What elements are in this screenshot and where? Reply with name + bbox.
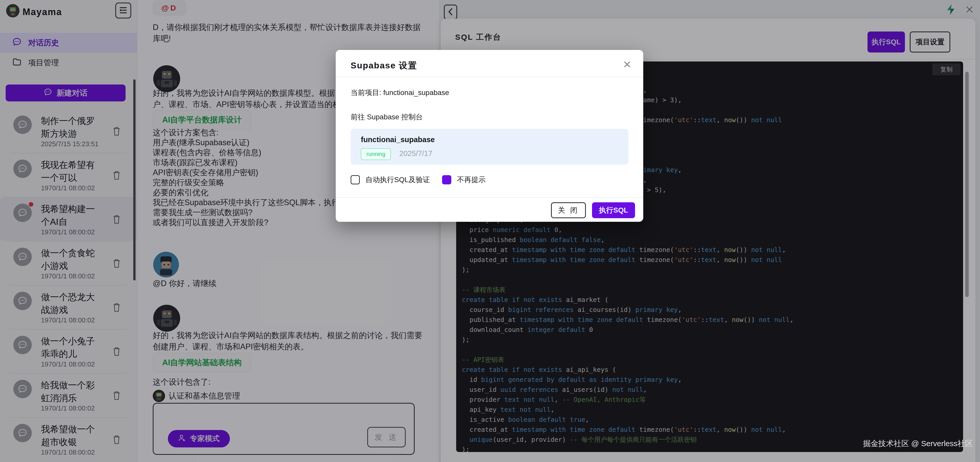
auto-run-checkbox-row: 自动执行SQL及验证 bbox=[351, 175, 430, 185]
modal-close-icon[interactable]: ✕ bbox=[621, 59, 633, 70]
status-badge: running bbox=[361, 148, 391, 160]
project-date: 2025/7/17 bbox=[399, 149, 432, 158]
auto-run-label: 自动执行SQL及验证 bbox=[366, 175, 430, 185]
current-project-value: functionai_supabase bbox=[383, 89, 449, 97]
supabase-settings-modal: Supabase 设置 ✕ 当前项目: functionai_supabase … bbox=[336, 50, 643, 222]
modal-divider bbox=[336, 77, 643, 77]
no-prompt-label: 不再提示 bbox=[457, 175, 486, 185]
modal-footer-divider bbox=[336, 197, 643, 198]
no-prompt-checkbox-row: 不再提示 bbox=[442, 175, 486, 185]
auto-run-checkbox[interactable] bbox=[351, 175, 360, 184]
modal-run-sql-button[interactable]: 执行SQL bbox=[592, 202, 635, 218]
supabase-dashboard-link[interactable]: 前往 Supabase 控制台 bbox=[351, 112, 423, 122]
watermark: 掘金技术社区 @ Serverless社区 bbox=[863, 438, 973, 449]
no-prompt-checkbox[interactable] bbox=[442, 175, 451, 184]
current-project-row: 当前项目: functionai_supabase bbox=[351, 88, 449, 98]
project-card[interactable]: functionai_supabase running 2025/7/17 bbox=[351, 129, 628, 165]
modal-close-button[interactable]: 关 闭 bbox=[551, 202, 586, 218]
modal-title: Supabase 设置 bbox=[351, 60, 417, 71]
current-project-label: 当前项目: bbox=[351, 89, 381, 97]
project-name: functionai_supabase bbox=[361, 135, 434, 144]
